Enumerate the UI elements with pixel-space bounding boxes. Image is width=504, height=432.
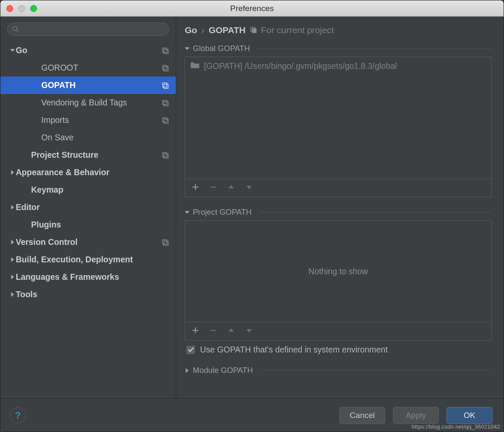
svg-rect-6 bbox=[163, 100, 167, 105]
sidebar-item-label: Version Control bbox=[16, 237, 161, 247]
sidebar-item-editor[interactable]: Editor bbox=[0, 199, 176, 216]
search-input[interactable] bbox=[7, 23, 169, 36]
sidebar-item-gopath[interactable]: GOPATH bbox=[0, 77, 176, 94]
cancel-button[interactable]: Cancel bbox=[339, 407, 385, 424]
sidebar-item-appearance-behavior[interactable]: Appearance & Behavior bbox=[0, 164, 176, 181]
sidebar-item-version-control[interactable]: Version Control bbox=[0, 233, 176, 251]
chevron-down-icon bbox=[185, 210, 189, 215]
checkbox-label: Use GOPATH that's defined in system envi… bbox=[200, 345, 388, 355]
chevron-down-icon bbox=[9, 48, 16, 53]
sidebar-item-languages-frameworks[interactable]: Languages & Frameworks bbox=[0, 268, 176, 286]
sidebar-item-label: GOPATH bbox=[41, 80, 161, 90]
svg-rect-5 bbox=[164, 84, 168, 88]
breadcrumb-sep: › bbox=[201, 25, 204, 35]
section-module-gopath-header[interactable]: Module GOPATH bbox=[185, 366, 492, 375]
sidebar-item-label: Plugins bbox=[31, 220, 169, 230]
scope-indicator-icon bbox=[161, 82, 169, 89]
add-button[interactable] bbox=[192, 327, 199, 336]
section-project-gopath-header[interactable]: Project GOPATH bbox=[185, 207, 492, 217]
global-gopath-toolbar bbox=[185, 179, 492, 197]
section-title: Project GOPATH bbox=[193, 207, 252, 217]
sidebar-item-vendoring-build-tags[interactable]: Vendoring & Build Tags bbox=[0, 94, 176, 111]
breadcrumb-current: GOPATH bbox=[209, 25, 246, 35]
sidebar-item-label: Tools bbox=[16, 290, 169, 299]
svg-rect-8 bbox=[163, 118, 167, 122]
svg-rect-0 bbox=[163, 48, 167, 52]
sidebar-item-label: Editor bbox=[16, 202, 169, 212]
sidebar-item-project-structure[interactable]: Project Structure bbox=[0, 146, 176, 164]
project-gopath-toolbar bbox=[185, 322, 492, 341]
chevron-down-icon bbox=[185, 46, 189, 51]
sidebar-item-tools[interactable]: Tools bbox=[0, 286, 176, 303]
sidebar-item-label: Go bbox=[16, 45, 161, 55]
chevron-right-icon bbox=[9, 292, 16, 297]
svg-rect-7 bbox=[164, 102, 168, 106]
sidebar-item-keymap[interactable]: Keymap bbox=[0, 181, 176, 199]
svg-rect-10 bbox=[163, 153, 167, 157]
svg-rect-9 bbox=[164, 119, 168, 123]
watermark: https://blog.csdn.net/qq_36021042 bbox=[412, 423, 500, 430]
chevron-right-icon bbox=[9, 275, 16, 279]
sidebar-item-label: GOROOT bbox=[41, 63, 161, 73]
sidebar-item-on-save[interactable]: On Save bbox=[0, 129, 176, 146]
preferences-sidebar: GoGOROOTGOPATHVendoring & Build TagsImpo… bbox=[0, 17, 176, 398]
section-title: Module GOPATH bbox=[193, 366, 253, 375]
section-global-gopath-header[interactable]: Global GOPATH bbox=[185, 44, 492, 53]
scope-indicator-icon bbox=[161, 151, 169, 159]
move-up-button[interactable] bbox=[228, 327, 235, 336]
svg-rect-13 bbox=[164, 241, 168, 245]
svg-rect-2 bbox=[163, 65, 167, 70]
project-gopath-list[interactable]: Nothing to show bbox=[185, 220, 492, 322]
sidebar-item-label: Build, Execution, Deployment bbox=[16, 255, 169, 264]
folder-icon bbox=[190, 61, 200, 71]
sidebar-item-go[interactable]: Go bbox=[0, 42, 176, 59]
checkbox-icon bbox=[186, 346, 195, 354]
sidebar-item-label: Appearance & Behavior bbox=[16, 168, 169, 177]
chevron-right-icon bbox=[185, 368, 189, 373]
chevron-right-icon bbox=[9, 240, 16, 244]
use-system-gopath-checkbox[interactable]: Use GOPATH that's defined in system envi… bbox=[185, 341, 492, 359]
global-gopath-list[interactable]: [GOPATH] /Users/bingo/.gvm/pkgsets/go1.8… bbox=[185, 57, 492, 179]
apply-button[interactable]: Apply bbox=[393, 407, 439, 424]
remove-button[interactable] bbox=[210, 183, 217, 193]
list-item[interactable]: [GOPATH] /Users/bingo/.gvm/pkgsets/go1.8… bbox=[185, 57, 491, 75]
help-button[interactable]: ? bbox=[10, 407, 26, 423]
move-down-button[interactable] bbox=[246, 327, 252, 336]
chevron-right-icon bbox=[9, 257, 16, 262]
sidebar-item-label: Keymap bbox=[31, 185, 169, 195]
search-icon bbox=[12, 26, 19, 33]
svg-rect-1 bbox=[164, 49, 168, 54]
sidebar-item-label: On Save bbox=[41, 133, 169, 142]
sidebar-item-plugins[interactable]: Plugins bbox=[0, 216, 176, 233]
empty-text: Nothing to show bbox=[309, 267, 368, 276]
move-down-button[interactable] bbox=[246, 183, 252, 193]
scope-indicator-icon bbox=[161, 99, 169, 107]
sidebar-item-label: Imports bbox=[41, 115, 161, 125]
sidebar-item-goroot[interactable]: GOROOT bbox=[0, 59, 176, 77]
remove-button[interactable] bbox=[210, 327, 217, 336]
sidebar-item-build-execution-deployment[interactable]: Build, Execution, Deployment bbox=[0, 251, 176, 268]
scope-indicator-icon bbox=[161, 47, 169, 54]
window-titlebar: Preferences bbox=[0, 0, 504, 17]
settings-panel: Go › GOPATH For current project Global G… bbox=[176, 17, 504, 398]
settings-tree: GoGOROOTGOPATHVendoring & Build TagsImpo… bbox=[0, 39, 176, 303]
section-title: Global GOPATH bbox=[193, 44, 250, 53]
scope-icon bbox=[250, 25, 257, 35]
scope-indicator-icon bbox=[161, 239, 169, 246]
move-up-button[interactable] bbox=[228, 183, 235, 193]
scope-indicator-icon bbox=[161, 117, 169, 124]
ok-button[interactable]: OK bbox=[447, 407, 493, 424]
svg-rect-15 bbox=[252, 28, 256, 33]
breadcrumb-root: Go bbox=[185, 25, 197, 35]
svg-rect-11 bbox=[164, 154, 168, 158]
sidebar-item-label: Vendoring & Build Tags bbox=[41, 98, 161, 108]
chevron-right-icon bbox=[9, 205, 16, 210]
add-button[interactable] bbox=[192, 183, 199, 193]
scope-indicator-icon bbox=[161, 64, 169, 72]
svg-rect-3 bbox=[164, 67, 168, 71]
svg-rect-4 bbox=[163, 83, 167, 87]
sidebar-item-label: Languages & Frameworks bbox=[16, 272, 169, 282]
svg-rect-12 bbox=[163, 240, 167, 244]
breadcrumb: Go › GOPATH For current project bbox=[185, 23, 492, 43]
sidebar-item-imports[interactable]: Imports bbox=[0, 111, 176, 129]
